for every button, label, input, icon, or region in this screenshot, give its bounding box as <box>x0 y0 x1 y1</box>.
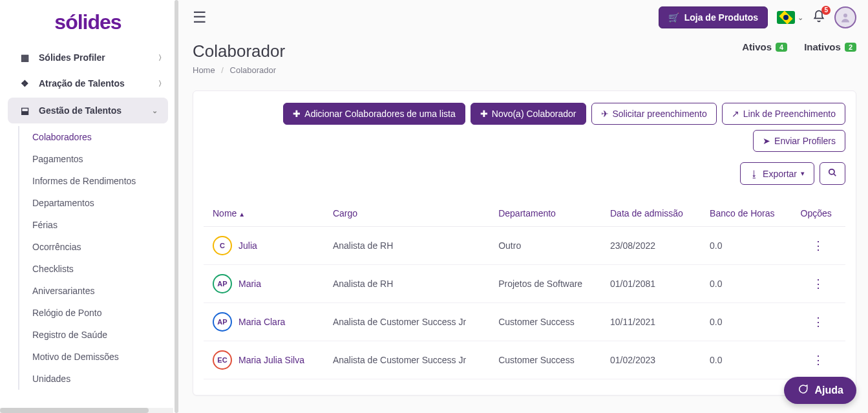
cell-admissao: 10/11/2021 <box>601 303 701 341</box>
cell-banco: 0.0 <box>701 265 791 303</box>
col-admissao[interactable]: Data de admissão <box>601 200 701 227</box>
sidebar-sub-aniversariantes[interactable]: Aniversariantes <box>19 280 176 302</box>
store-button[interactable]: 🛒 Loja de Produtos <box>659 6 768 28</box>
brand-logo: sólides <box>0 6 176 45</box>
export-button[interactable]: ⭳ Exportar <box>740 162 814 185</box>
new-colab-button[interactable]: ✚Novo(a) Colaborador <box>471 103 586 125</box>
col-cargo[interactable]: Cargo <box>324 200 489 227</box>
sidebar-item-profiler[interactable]: ▦ Sólides Profiler 〉 <box>0 45 176 70</box>
tab-active[interactable]: Ativos 4 <box>742 41 787 52</box>
search-button[interactable] <box>820 162 845 185</box>
horizontal-scrollbar[interactable] <box>0 408 173 413</box>
avatar-initials: AP <box>213 274 232 293</box>
tab-active-count: 4 <box>776 43 787 52</box>
row-options-button[interactable]: ⋮ <box>792 341 845 379</box>
button-label: Solicitar preenchimento <box>613 109 707 119</box>
breadcrumb-home[interactable]: Home <box>193 65 215 75</box>
page-title: Colaborador <box>193 41 285 61</box>
sidebar-sub-colaboradores[interactable]: Colaboradores <box>19 126 176 148</box>
language-selector[interactable]: ⌄ <box>777 11 803 24</box>
sidebar-sub-pagamentos[interactable]: Pagamentos <box>19 148 176 170</box>
cell-cargo: Analista de RH <box>324 265 489 303</box>
sidebar-item-talent-mgmt[interactable]: ⬓ Gestão de Talentos ⌄ <box>8 98 168 123</box>
cell-admissao: 01/01/2081 <box>601 265 701 303</box>
sidebar-item-label: Atração de Talentos <box>39 78 125 89</box>
sidebar-sub-checklists[interactable]: Checklists <box>19 258 176 280</box>
table-row: APMariaAnalista de RHProjetos de Softwar… <box>204 265 845 303</box>
plus-icon: ✚ <box>293 109 301 119</box>
cell-admissao: 23/08/2022 <box>601 227 701 265</box>
cell-departamento: Customer Success <box>489 341 601 379</box>
sidebar-sub-saude[interactable]: Registro de Saúde <box>19 324 176 346</box>
content-card: ✚ Adicionar Colaboradores de uma lista ✚… <box>193 90 856 396</box>
col-nome[interactable]: Nome <box>204 200 324 227</box>
avatar-initials: AP <box>213 312 232 332</box>
employee-name-link[interactable]: Julia <box>238 240 257 251</box>
tab-inactive-count: 2 <box>845 43 856 52</box>
grid-icon: ▦ <box>18 52 31 63</box>
chat-icon <box>797 383 809 397</box>
send-profilers-button[interactable]: ➤ Enviar Profilers <box>753 130 845 152</box>
sidebar-sub-relogio[interactable]: Relógio de Ponto <box>19 302 176 324</box>
sidebar-item-label: Sólides Profiler <box>39 52 105 63</box>
flag-brazil-icon <box>777 11 795 24</box>
chart-icon: ⬓ <box>18 105 31 116</box>
cell-departamento: Outro <box>489 227 601 265</box>
layers-icon: ❖ <box>18 78 31 89</box>
row-options-button[interactable]: ⋮ <box>792 303 845 341</box>
sidebar-submenu: Colaboradores Pagamentos Informes de Ren… <box>18 126 176 390</box>
sidebar-sub-departamentos[interactable]: Departamentos <box>19 192 176 214</box>
download-icon: ⭳ <box>750 169 759 179</box>
employee-name-link[interactable]: Maria <box>238 279 261 289</box>
chevron-right-icon: 〉 <box>158 79 165 89</box>
cell-banco: 0.0 <box>701 303 791 341</box>
fill-link-button[interactable]: ↗ Link de Preenchimento <box>722 103 845 125</box>
button-label: Adicionar Colaboradores de uma lista <box>304 109 455 119</box>
avatar-initials: EC <box>213 350 232 370</box>
cell-departamento: Customer Success <box>489 303 601 341</box>
button-label: Novo(a) Colaborador <box>492 109 577 119</box>
plus-icon: ✚ <box>480 109 488 119</box>
employee-name-link[interactable]: Maria Clara <box>238 317 285 327</box>
search-icon <box>828 168 837 179</box>
breadcrumb-separator: / <box>221 65 224 75</box>
cell-cargo: Analista de RH <box>324 227 489 265</box>
help-button[interactable]: Ajuda <box>784 377 856 404</box>
row-options-button[interactable]: ⋮ <box>792 227 845 265</box>
action-bar: ✚ Adicionar Colaboradores de uma lista ✚… <box>200 103 849 191</box>
tab-inactive[interactable]: Inativos 2 <box>804 41 856 52</box>
sidebar-sub-ocorrencias[interactable]: Ocorrências <box>19 236 176 258</box>
col-banco[interactable]: Banco de Horas <box>701 200 791 227</box>
sidebar-sub-informes[interactable]: Informes de Rendimentos <box>19 170 176 192</box>
main-content: ☰ 🛒 Loja de Produtos ⌄ 5 Colaborador <box>178 0 868 413</box>
notifications-button[interactable]: 5 <box>812 10 825 26</box>
col-departamento[interactable]: Departamento <box>489 200 601 227</box>
cell-banco: 0.0 <box>701 227 791 265</box>
sidebar-item-label: Gestão de Talentos <box>39 105 122 116</box>
menu-toggle-icon[interactable]: ☰ <box>193 8 207 26</box>
colaboradores-table: Nome Cargo Departamento Data de admissão… <box>204 200 845 379</box>
sidebar-sub-demissoes[interactable]: Motivo de Demissões <box>19 346 176 368</box>
employee-name-link[interactable]: Maria Julia Silva <box>238 355 304 365</box>
request-fill-button[interactable]: ✈ Solicitar preenchimento <box>591 103 717 125</box>
button-label: Exportar <box>763 169 797 179</box>
col-opcoes: Opções <box>792 200 845 227</box>
row-options-button[interactable]: ⋮ <box>792 265 845 303</box>
avatar-initials: C <box>213 236 232 255</box>
sidebar-sub-ferias[interactable]: Férias <box>19 214 176 236</box>
chevron-down-icon: ⌄ <box>798 14 803 22</box>
cell-cargo: Analista de Customer Success Jr <box>324 341 489 379</box>
notification-count: 5 <box>821 6 831 15</box>
add-from-list-button[interactable]: ✚ Adicionar Colaboradores de uma lista <box>283 103 465 125</box>
topbar: ☰ 🛒 Loja de Produtos ⌄ 5 <box>193 6 856 28</box>
sidebar-sub-unidades[interactable]: Unidades <box>19 368 176 390</box>
tab-inactive-label: Inativos <box>804 41 841 52</box>
store-button-label: Loja de Produtos <box>684 12 758 23</box>
sidebar-item-talent-attraction[interactable]: ❖ Atração de Talentos 〉 <box>0 70 176 96</box>
table-row: APMaria ClaraAnalista de Customer Succes… <box>204 303 845 341</box>
cell-banco: 0.0 <box>701 341 791 379</box>
svg-point-0 <box>843 14 847 17</box>
chevron-down-icon: ⌄ <box>152 107 158 115</box>
breadcrumb: Home / Colaborador <box>193 65 285 75</box>
user-avatar[interactable] <box>834 6 856 28</box>
